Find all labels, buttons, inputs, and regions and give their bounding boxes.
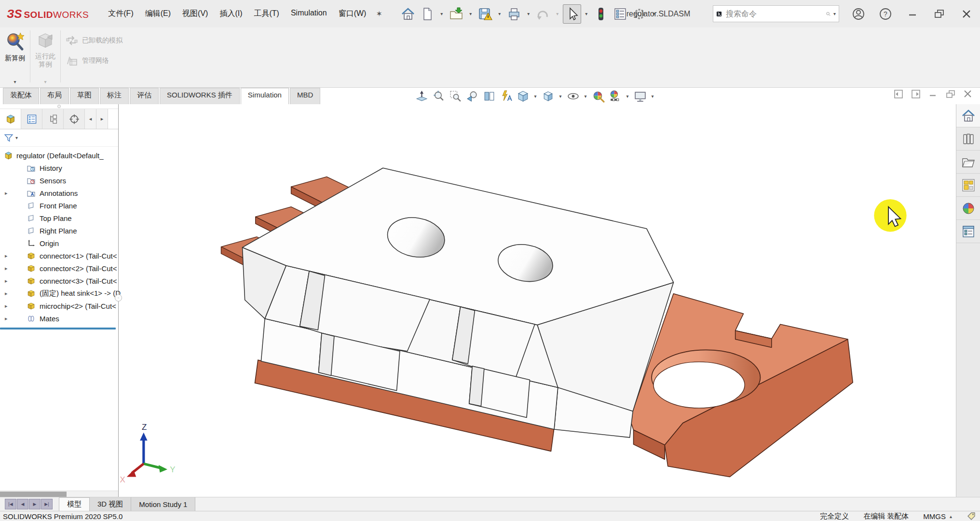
tab-3d-views[interactable]: 3D 视图 (90, 497, 131, 511)
panel-horizontal-scrollbar[interactable] (0, 491, 118, 497)
menu-insert[interactable]: 插入(I) (214, 6, 248, 22)
doc-close-button[interactable] (963, 89, 973, 99)
undo-dropdown[interactable]: ▾ (553, 4, 562, 24)
tab-property-manager[interactable] (21, 109, 42, 129)
tree-item-annotations[interactable]: ▸ Annotations (0, 187, 118, 199)
custom-properties-button[interactable] (956, 220, 980, 243)
tree-item-top-plane[interactable]: Top Plane (0, 212, 118, 224)
expand-arrow-icon[interactable]: ▸ (5, 315, 8, 322)
tab-evaluate[interactable]: 评估 (130, 88, 159, 104)
print-button[interactable] (505, 4, 523, 24)
tab-mbd[interactable]: MBD (290, 88, 320, 104)
save-button[interactable] (476, 4, 494, 24)
home-button[interactable] (399, 4, 417, 24)
hide-show-dropdown[interactable]: ▾ (582, 89, 589, 103)
expand-arrow-icon[interactable]: ▸ (5, 253, 8, 259)
zoom-fit-button[interactable] (431, 89, 446, 103)
tree-item-connector-1[interactable]: ▸ connector<1> (Tail-Cut< (0, 249, 118, 262)
tab-addins[interactable]: SOLIDWORKS 插件 (160, 88, 240, 104)
collapse-pane-left-button[interactable] (893, 89, 904, 99)
search-dropdown[interactable]: ▾ (833, 11, 836, 16)
magnifier-icon[interactable] (826, 9, 831, 19)
file-explorer-button[interactable] (956, 151, 980, 174)
panel-tab-scroll-left[interactable]: ◂ (85, 109, 96, 129)
tree-item-history[interactable]: History (0, 162, 118, 174)
zoom-to-fit-button[interactable] (414, 89, 429, 103)
previous-tab-button[interactable]: ◀ (17, 499, 28, 509)
units-selector[interactable]: MMGS ▴ (923, 512, 952, 521)
search-input[interactable] (726, 10, 826, 18)
tree-item-heat-sink[interactable]: ▸ (固定) heat sink<1> -> (D (0, 287, 118, 300)
regulator-assembly-model[interactable]: Z Y X (119, 104, 956, 497)
menu-window[interactable]: 窗口(W) (333, 6, 372, 22)
tab-layout[interactable]: 布局 (40, 88, 69, 104)
panel-tab-scroll-right[interactable]: ▸ (96, 109, 108, 129)
rollback-bar[interactable] (0, 328, 116, 329)
minimize-button[interactable] (899, 0, 926, 27)
apply-scene-dropdown[interactable]: ▾ (624, 89, 631, 103)
expand-arrow-icon[interactable]: ▸ (5, 278, 8, 284)
tab-assembly[interactable]: 装配体 (3, 88, 39, 104)
restore-button[interactable] (926, 0, 953, 27)
tree-filter[interactable]: ▾ (0, 129, 118, 147)
design-library-button[interactable] (956, 127, 980, 151)
tab-annotation[interactable]: 标注 (100, 88, 129, 104)
graphics-viewport[interactable]: Z Y X (119, 104, 956, 497)
menu-file[interactable]: 文件(F) (102, 6, 139, 22)
menu-view[interactable]: 视图(V) (177, 6, 214, 22)
tab-sketch[interactable]: 草图 (70, 88, 99, 104)
previous-view-button[interactable] (464, 89, 480, 103)
apply-scene-button[interactable] (607, 89, 623, 103)
doc-minimize-button[interactable] (928, 89, 939, 99)
menu-tools[interactable]: 工具(T) (248, 6, 285, 22)
select-tool-button[interactable] (563, 4, 581, 24)
expand-arrow-icon[interactable]: ▸ (5, 290, 8, 297)
sketch-visibility-button[interactable] (498, 89, 514, 103)
view-settings-button[interactable] (632, 89, 648, 103)
tree-item-connector-2[interactable]: ▸ connector<2> (Tail-Cut< (0, 262, 118, 274)
tree-root-regulator[interactable]: regulator (Default<Default_ (0, 149, 118, 162)
scrollbar-thumb[interactable] (0, 492, 67, 497)
hide-show-items-button[interactable] (565, 89, 581, 103)
zoom-to-area-button[interactable] (448, 89, 463, 103)
tab-feature-tree[interactable] (0, 109, 21, 129)
first-tab-button[interactable]: |◀ (5, 499, 16, 509)
tab-dimxpert-manager[interactable] (64, 109, 85, 129)
open-dropdown[interactable]: ▾ (466, 4, 475, 24)
tree-item-right-plane[interactable]: Right Plane (0, 224, 118, 237)
tree-item-front-plane[interactable]: Front Plane (0, 199, 118, 212)
tab-motion-study[interactable]: Motion Study 1 (131, 497, 195, 511)
menu-edit[interactable]: 编辑(E) (139, 6, 177, 22)
close-button[interactable] (953, 0, 980, 27)
print-dropdown[interactable]: ▾ (524, 4, 533, 24)
units-dropdown[interactable]: ▴ (950, 514, 952, 519)
expand-arrow-icon[interactable]: ▸ (5, 303, 8, 309)
tab-simulation[interactable]: Simulation (241, 88, 289, 104)
new-study-dropdown[interactable]: ▾ (14, 79, 16, 84)
tree-item-mates[interactable]: ▸ Mates (0, 312, 118, 325)
panel-collapse-handle[interactable] (0, 104, 118, 109)
view-palette-button[interactable] (956, 174, 980, 197)
tree-item-connector-3[interactable]: ▸ connector<3> (Tail-Cut< (0, 274, 118, 287)
save-dropdown[interactable]: ▾ (495, 4, 504, 24)
display-style-button[interactable] (540, 89, 556, 103)
help-button[interactable]: ? (872, 0, 899, 27)
tree-item-sensors[interactable]: Sensors (0, 174, 118, 187)
last-tab-button[interactable]: ▶| (41, 499, 53, 509)
collapse-pane-right-button[interactable] (911, 89, 921, 99)
new-study-button[interactable]: 新算例 ▾ (0, 27, 30, 87)
new-document-button[interactable] (418, 4, 436, 24)
account-button[interactable] (845, 0, 872, 27)
filter-dropdown[interactable]: ▾ (15, 135, 18, 140)
tab-model[interactable]: 模型 (59, 497, 90, 511)
appearances-button[interactable] (956, 197, 980, 220)
menu-simulation[interactable]: Simulation (285, 6, 333, 22)
panel-splitter-handle[interactable]: ◦ (115, 294, 122, 302)
view-settings-dropdown[interactable]: ▾ (649, 89, 656, 103)
quick-tips-tag-icon[interactable] (966, 511, 976, 521)
expand-arrow-icon[interactable]: ▸ (5, 265, 8, 272)
display-style-dropdown[interactable]: ▾ (557, 89, 564, 103)
tree-item-origin[interactable]: Origin (0, 237, 118, 249)
section-view-button[interactable] (481, 89, 497, 103)
view-orientation-dropdown[interactable]: ▾ (532, 89, 539, 103)
